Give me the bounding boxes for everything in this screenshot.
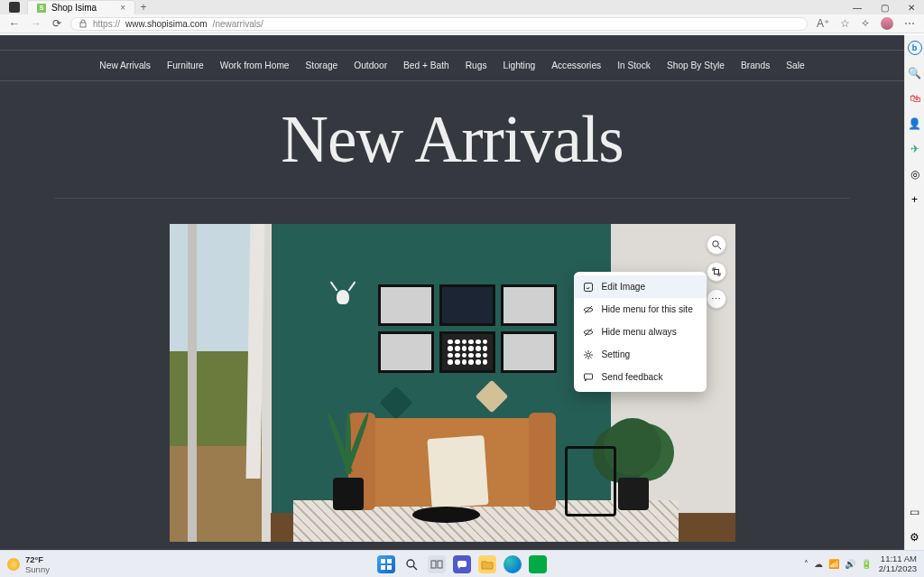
nav-item-outdoor[interactable]: Outdoor <box>354 60 387 70</box>
url-host: www.shopisima.com <box>125 19 208 29</box>
taskbar-weather[interactable]: 72°F Sunny <box>0 554 50 574</box>
nav-item-bed-bath[interactable]: Bed + Bath <box>403 60 449 70</box>
nav-back-button[interactable]: ← <box>9 17 20 30</box>
profile-avatar[interactable] <box>881 17 893 30</box>
menu-item-hide-menu-site[interactable]: Hide menu for this site <box>574 298 707 321</box>
clock-time: 11:11 AM <box>879 554 917 563</box>
svg-line-5 <box>585 306 592 313</box>
svg-rect-0 <box>80 23 86 27</box>
taskbar-center <box>377 555 547 573</box>
svg-rect-17 <box>457 561 467 567</box>
nav-item-shop-by-style[interactable]: Shop By Style <box>667 60 725 70</box>
edge-button[interactable] <box>504 555 522 573</box>
address-bar: ← → ⟳ https:// www.shopisima.com /newarr… <box>0 14 924 33</box>
window-close-button[interactable]: ✕ <box>899 0 924 14</box>
nav-refresh-button[interactable]: ⟳ <box>52 17 61 30</box>
tab-favicon: S <box>37 4 46 13</box>
menu-item-send-feedback[interactable]: Send feedback <box>574 366 707 388</box>
svg-line-2 <box>717 247 721 250</box>
taskbar-app-button[interactable] <box>529 555 547 573</box>
nav-item-new-arrivals[interactable]: New Arrivals <box>99 60 151 70</box>
sidebar-shopping-icon[interactable]: 🛍 <box>908 91 922 106</box>
svg-rect-10 <box>387 559 392 563</box>
site-page: New Arrivals Furniture Work from Home St… <box>0 35 904 550</box>
taskbar-search-button[interactable] <box>402 555 420 573</box>
sidebar-collapse-icon[interactable]: ▭ <box>908 505 922 519</box>
clock-date: 2/11/2023 <box>879 564 917 573</box>
nav-item-sale[interactable]: Sale <box>786 60 804 70</box>
tray-chevron-icon[interactable]: ˄ <box>804 559 808 569</box>
tray-battery-icon[interactable]: 🔋 <box>861 559 872 569</box>
weather-icon <box>7 558 20 571</box>
hero-image[interactable]: ⋯ Edit Image Hide menu for this site Hid… <box>170 224 735 542</box>
taskbar: 72°F Sunny ˄ ☁ 📶 🔊 🔋 11:11 AM 2/11/2023 <box>0 550 924 577</box>
page-title: New Arrivals <box>0 102 904 178</box>
menu-item-settings[interactable]: Setting <box>574 343 707 366</box>
sidebar-settings-icon[interactable]: ⚙ <box>908 530 922 544</box>
visual-search-button[interactable] <box>707 235 726 255</box>
menu-item-edit-image[interactable]: Edit Image <box>574 275 707 298</box>
nav-item-furniture[interactable]: Furniture <box>167 60 204 70</box>
image-hover-actions: ⋯ <box>707 235 726 309</box>
collections-icon[interactable]: ✧ <box>861 17 870 30</box>
menu-item-label: Edit Image <box>602 282 646 292</box>
weather-cond: Sunny <box>25 564 50 574</box>
sidebar-search-icon[interactable]: 🔍 <box>908 66 922 80</box>
nav-item-brands[interactable]: Brands <box>741 60 770 70</box>
nav-item-in-stock[interactable]: In Stock <box>617 60 651 70</box>
reading-view-icon[interactable]: A⁺ <box>817 17 829 30</box>
hide-icon <box>583 303 595 315</box>
tray-wifi-icon[interactable]: 📶 <box>828 559 839 569</box>
svg-rect-12 <box>387 565 392 570</box>
window-maximize-button[interactable]: ▢ <box>872 0 897 14</box>
taskbar-chat-button[interactable] <box>453 555 471 573</box>
favorites-icon[interactable]: ☆ <box>840 17 850 30</box>
file-explorer-button[interactable] <box>478 555 496 573</box>
nav-item-work-from-home[interactable]: Work from Home <box>220 60 290 70</box>
divider <box>54 198 850 199</box>
svg-point-1 <box>712 241 717 247</box>
visual-search-icon <box>711 239 722 250</box>
app-menu-icon[interactable]: ⋯ <box>904 17 915 30</box>
svg-rect-8 <box>585 374 593 379</box>
menu-item-hide-menu-always[interactable]: Hide menu always <box>574 321 707 343</box>
browser-tab[interactable]: S Shop Isima × <box>27 0 135 14</box>
sidebar-drop-icon[interactable]: ✈ <box>908 142 922 156</box>
image-more-button[interactable]: ⋯ <box>707 289 726 309</box>
menu-item-label: Hide menu always <box>602 327 677 337</box>
new-tab-button[interactable]: + <box>135 0 152 14</box>
svg-rect-3 <box>714 270 718 275</box>
tab-close-icon[interactable]: × <box>120 3 125 13</box>
svg-rect-15 <box>431 561 436 568</box>
nav-item-accessories[interactable]: Accessories <box>551 60 601 70</box>
svg-point-13 <box>407 560 414 567</box>
taskbar-clock[interactable]: 11:11 AM 2/11/2023 <box>879 554 917 573</box>
start-button[interactable] <box>377 555 395 573</box>
nav-item-lighting[interactable]: Lighting <box>504 60 536 70</box>
sidebar-m365-icon[interactable]: ◎ <box>908 167 922 181</box>
url-scheme: https:// <box>93 19 120 29</box>
hide-always-icon <box>583 326 595 338</box>
svg-rect-9 <box>381 559 385 563</box>
nav-item-rugs[interactable]: Rugs <box>466 60 487 70</box>
url-path: /newarrivals/ <box>213 19 263 29</box>
page-viewport: New Arrivals Furniture Work from Home St… <box>0 35 904 550</box>
edge-sidebar: b 🔍 🛍 👤 ✈ ◎ + ▭ ⚙ <box>904 35 924 550</box>
window-minimize-button[interactable]: — <box>845 0 870 14</box>
site-nav: New Arrivals Furniture Work from Home St… <box>0 50 904 81</box>
menu-item-label: Setting <box>602 349 631 359</box>
feedback-icon <box>583 371 595 383</box>
sidebar-tools-icon[interactable]: 👤 <box>908 116 922 131</box>
tray-onedrive-icon[interactable]: ☁ <box>814 559 823 569</box>
nav-forward-button[interactable]: → <box>31 17 42 30</box>
sidebar-add-icon[interactable]: + <box>908 192 922 207</box>
smart-crop-button[interactable] <box>707 262 726 282</box>
tray-volume-icon[interactable]: 🔊 <box>845 559 855 569</box>
bing-icon[interactable]: b <box>908 41 922 55</box>
address-field[interactable]: https:// www.shopisima.com /newarrivals/ <box>70 17 808 31</box>
svg-rect-16 <box>438 561 442 568</box>
image-context-menu: Edit Image Hide menu for this site Hide … <box>574 272 707 392</box>
task-view-button[interactable] <box>428 555 446 573</box>
nav-item-storage[interactable]: Storage <box>306 60 338 70</box>
system-tray: ˄ ☁ 📶 🔊 🔋 11:11 AM 2/11/2023 <box>804 554 924 573</box>
